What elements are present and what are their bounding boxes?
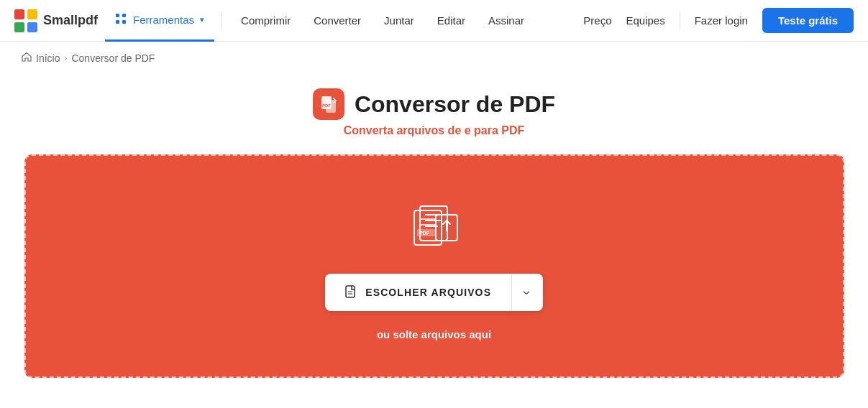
subtitle-highlight: PDF	[501, 124, 524, 136]
chevron-down-icon: ▾	[200, 15, 204, 24]
svg-text:PDF: PDF	[419, 231, 430, 236]
drop-text: ou solte arquivos aqui	[377, 328, 491, 340]
svg-rect-6	[116, 20, 119, 24]
login-link[interactable]: Fazer login	[695, 14, 748, 27]
navbar: Smallpdf Ferramentas ▾ Comprimir Convert…	[0, 0, 868, 42]
upload-file-icon	[345, 285, 358, 300]
brand-name: Smallpdf	[43, 13, 98, 28]
page-subtitle: Converta arquivos de e para PDF	[344, 124, 525, 137]
nav-link-assinar[interactable]: Assinar	[477, 0, 536, 42]
navbar-right: Preço Equipes Fazer login Teste grátis	[583, 8, 854, 33]
nav-right-divider	[680, 12, 680, 29]
svg-rect-7	[122, 20, 126, 24]
nav-link-preco[interactable]: Preço	[583, 14, 611, 27]
svg-rect-2	[14, 22, 24, 32]
upload-button-group: ESCOLHER ARQUIVOS ›	[325, 274, 543, 311]
nav-link-equipes[interactable]: Equipes	[626, 14, 664, 27]
page-title: Conversor de PDF	[355, 91, 555, 118]
page-title-row: PDF Conversor de PDF	[313, 88, 555, 120]
upload-dropdown-button[interactable]: ›	[512, 274, 543, 311]
navbar-links: Comprimir Converter Juntar Editar Assina…	[229, 0, 583, 42]
nav-link-juntar[interactable]: Juntar	[373, 0, 426, 42]
chevron-down-icon: ›	[519, 290, 536, 295]
trial-button[interactable]: Teste grátis	[762, 8, 854, 33]
choose-files-label: ESCOLHER ARQUIVOS	[365, 287, 491, 298]
svg-rect-4	[116, 14, 119, 17]
svg-rect-3	[27, 22, 37, 32]
breadcrumb-home[interactable]: Início	[36, 52, 60, 64]
svg-rect-15	[414, 210, 442, 245]
nav-divider-1	[221, 12, 222, 29]
page-title-area: PDF Conversor de PDF Converta arquivos d…	[313, 88, 555, 137]
breadcrumb: Início › Conversor de PDF	[0, 42, 868, 74]
svg-rect-1	[27, 9, 37, 19]
logo-icon	[14, 9, 37, 32]
upload-icon-area: PDF	[398, 199, 470, 256]
home-icon	[22, 52, 32, 64]
subtitle-prefix: Converta arquivos de e para	[344, 124, 502, 136]
breadcrumb-current: Conversor de PDF	[71, 52, 155, 64]
breadcrumb-separator: ›	[64, 53, 67, 63]
ferramentas-menu[interactable]: Ferramentas ▾	[105, 0, 214, 42]
nav-link-comprimir[interactable]: Comprimir	[229, 0, 302, 42]
nav-link-editar[interactable]: Editar	[426, 0, 477, 42]
drop-text-label: ou solte arquivos aqui	[377, 328, 491, 340]
upload-area[interactable]: PDF ESCOLHER ARQUIVOS ›	[24, 154, 844, 378]
main-content: PDF Conversor de PDF Converta arquivos d…	[0, 74, 868, 407]
choose-files-button[interactable]: ESCOLHER ARQUIVOS	[325, 274, 512, 311]
svg-rect-5	[122, 14, 126, 17]
ferramentas-label: Ferramentas	[133, 14, 194, 26]
svg-text:PDF: PDF	[322, 103, 331, 108]
svg-rect-0	[14, 9, 24, 19]
nav-link-converter[interactable]: Converter	[302, 0, 373, 42]
logo[interactable]: Smallpdf	[14, 9, 98, 32]
grid-icon	[115, 13, 127, 27]
page-icon: PDF	[313, 88, 344, 120]
